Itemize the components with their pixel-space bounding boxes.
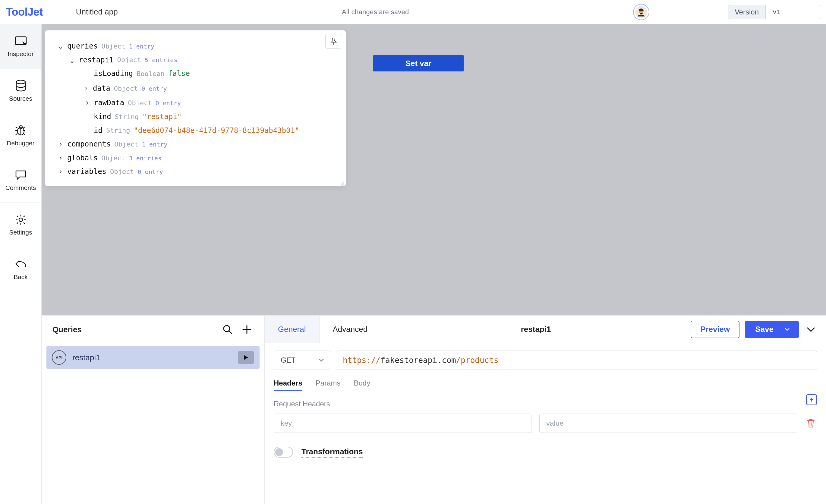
- nav-label: Sources: [9, 95, 32, 102]
- queries-title: Queries: [52, 325, 215, 334]
- chevron-down-icon: ⌄: [69, 53, 75, 67]
- query-config: General Advanced restapi1 Preview Save: [265, 316, 826, 504]
- nav-label: Comments: [5, 184, 36, 191]
- tree-row-queries[interactable]: ⌄ queries Object 1 entry: [53, 40, 337, 53]
- query-name: restapi1: [72, 353, 232, 362]
- search-icon: [223, 324, 233, 334]
- chevron-right-icon: ›: [58, 165, 64, 179]
- chevron-down-icon: [319, 359, 324, 362]
- nav-debugger[interactable]: Debugger: [0, 113, 41, 158]
- tree-row-isloading[interactable]: isLoading Boolean false: [53, 67, 337, 81]
- top-bar: ToolJet Untitled app All changes are sav…: [0, 0, 826, 24]
- chevron-right-icon: ›: [58, 151, 64, 165]
- preview-button[interactable]: Preview: [691, 321, 740, 338]
- svg-point-6: [19, 218, 22, 222]
- tree-row-data[interactable]: › data Object 0 entry: [53, 81, 337, 97]
- transformations-toggle[interactable]: [274, 447, 293, 457]
- nav-inspector[interactable]: Inspector: [0, 24, 41, 69]
- database-icon: [15, 80, 27, 92]
- nav-sources[interactable]: Sources: [0, 69, 41, 113]
- nav-label: Inspector: [7, 50, 34, 58]
- tab-advanced[interactable]: Advanced: [319, 316, 381, 343]
- expand-panel-button[interactable]: [804, 323, 818, 336]
- chevron-down-icon: ⌄: [58, 40, 64, 53]
- setvar-button[interactable]: Set var: [373, 55, 464, 71]
- canvas[interactable]: Set var ⌄ queries Object 1 entry: [42, 24, 826, 315]
- bottom-panel: Queries API restapi1: [42, 315, 826, 504]
- version-select[interactable]: v1: [766, 5, 820, 19]
- inspector-panel: ⌄ queries Object 1 entry ⌄ restapi1 Obje…: [45, 30, 346, 186]
- logo: ToolJet: [6, 6, 43, 18]
- nav-label: Back: [13, 273, 28, 280]
- nav-settings[interactable]: Settings: [0, 202, 41, 247]
- tree-row-kind[interactable]: kind String "restapi": [53, 110, 337, 124]
- chevron-right-icon: ›: [84, 96, 90, 110]
- plus-icon: [242, 325, 252, 334]
- back-arrow-icon: [15, 258, 27, 270]
- play-icon: [243, 355, 249, 361]
- avatar[interactable]: [633, 4, 649, 20]
- chevron-down-icon: [807, 326, 816, 332]
- add-query-button[interactable]: [240, 323, 253, 336]
- avatar-icon: [635, 6, 648, 18]
- search-queries-button[interactable]: [221, 323, 234, 336]
- subtab-params[interactable]: Params: [316, 379, 341, 391]
- restapi-icon: API: [52, 350, 66, 365]
- version-label: Version: [728, 5, 766, 19]
- section-request-headers: Request Headers: [274, 391, 339, 408]
- save-button[interactable]: Save: [745, 321, 799, 338]
- queries-column: Queries API restapi1: [42, 316, 265, 504]
- chevron-down-icon: [784, 328, 790, 331]
- subtab-body[interactable]: Body: [354, 379, 370, 391]
- svg-point-3: [16, 80, 25, 84]
- nav-back[interactable]: Back: [0, 247, 41, 292]
- gear-icon: [15, 214, 27, 226]
- pin-button[interactable]: [325, 34, 342, 49]
- current-query-name: restapi1: [381, 316, 691, 343]
- app-name[interactable]: Untitled app: [76, 7, 118, 16]
- tree-row-variables[interactable]: › variables Object 0 entry: [53, 165, 337, 179]
- inspector-icon: [15, 35, 27, 47]
- left-nav: Inspector Sources Debugger Comments Sett…: [0, 24, 42, 504]
- svg-point-7: [224, 325, 230, 331]
- tree-row-id[interactable]: id String "dee6d074-b48e-417d-9778-8c139…: [53, 124, 337, 138]
- comment-icon: [15, 169, 27, 181]
- tab-general[interactable]: General: [265, 316, 319, 343]
- url-input[interactable]: https://fakestoreapi.com/products: [336, 351, 817, 370]
- nav-label: Debugger: [7, 139, 35, 147]
- tree-row-components[interactable]: › components Object 1 entry: [53, 137, 337, 151]
- query-row-restapi1[interactable]: API restapi1: [46, 346, 259, 369]
- delete-header-button[interactable]: [805, 417, 817, 429]
- chevron-right-icon: ›: [83, 82, 89, 96]
- trash-icon: [807, 419, 815, 428]
- nav-label: Settings: [9, 229, 32, 236]
- tree-row-globals[interactable]: › globals Object 3 entries: [53, 151, 337, 165]
- inspector-tree: ⌄ queries Object 1 entry ⌄ restapi1 Obje…: [53, 40, 337, 179]
- pin-icon: [331, 38, 337, 45]
- bug-icon: [15, 125, 27, 136]
- tree-row-restapi1[interactable]: ⌄ restapi1 Object 5 entries: [53, 53, 337, 67]
- save-status: All changes are saved: [118, 8, 633, 16]
- subtab-headers[interactable]: Headers: [274, 379, 302, 391]
- resize-handle[interactable]: [339, 180, 345, 185]
- add-header-button[interactable]: +: [806, 394, 817, 405]
- header-key-input[interactable]: key: [274, 414, 531, 433]
- header-value-input[interactable]: value: [539, 414, 797, 433]
- http-method-select[interactable]: GET: [274, 351, 331, 370]
- chevron-right-icon: ›: [58, 137, 64, 151]
- tree-row-rawdata[interactable]: › rawData Object 0 entry: [53, 96, 337, 110]
- nav-comments[interactable]: Comments: [0, 158, 41, 202]
- run-query-button[interactable]: [238, 351, 254, 364]
- transformations-label: Transformations: [301, 447, 363, 457]
